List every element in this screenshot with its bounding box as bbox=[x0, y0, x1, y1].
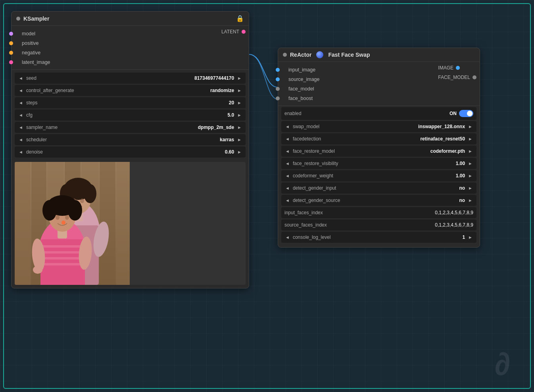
console-log-value: 1 bbox=[462, 234, 465, 240]
ksampler-fields: ◄ seed 817346977444170 ► ◄ control_after… bbox=[12, 71, 249, 159]
reactor-face-boost-dot[interactable] bbox=[276, 96, 280, 100]
denoise-arrow-right[interactable]: ► bbox=[236, 150, 243, 154]
field-console-log-level[interactable]: ◄ console_log_level 1 ► bbox=[281, 232, 476, 243]
codeformer-weight-arrow-left[interactable]: ◄ bbox=[284, 173, 291, 178]
svg-point-33 bbox=[68, 200, 82, 221]
detect-gender-source-label: detect_gender_source bbox=[293, 198, 459, 203]
field-detect-gender-input[interactable]: ◄ detect_gender_input no ► bbox=[281, 183, 476, 194]
lock-icon[interactable]: 🔒 bbox=[236, 15, 244, 22]
source-faces-index-value: 0,1,2,3,4,5,6,7,8,9 bbox=[435, 222, 473, 228]
reactor-source-image-dot[interactable] bbox=[276, 77, 280, 81]
reactor-face-model-label: face_model bbox=[288, 86, 314, 92]
denoise-value: 0.60 bbox=[225, 149, 234, 155]
field-seed[interactable]: ◄ seed 817346977444170 ► bbox=[15, 73, 246, 84]
control-after-arrow-left[interactable]: ◄ bbox=[17, 88, 25, 93]
reactor-face-model-row: face_model bbox=[278, 84, 480, 94]
ksampler-status-dot bbox=[16, 17, 20, 21]
denoise-arrow-left[interactable]: ◄ bbox=[17, 150, 25, 154]
scheduler-arrow-left[interactable]: ◄ bbox=[17, 137, 25, 142]
svg-point-34 bbox=[52, 197, 68, 209]
field-input-faces-index[interactable]: input_faces_index 0,1,2,3,4,5,6,7,8,9 bbox=[281, 207, 476, 218]
console-log-arrow-right[interactable]: ► bbox=[467, 235, 474, 240]
facedetection-value: retinaface_resnet50 bbox=[420, 136, 465, 142]
facedetection-arrow-left[interactable]: ◄ bbox=[284, 136, 291, 141]
field-source-faces-index[interactable]: source_faces_index 0,1,2,3,4,5,6,7,8,9 bbox=[281, 219, 476, 231]
field-facedetection[interactable]: ◄ facedetection retinaface_resnet50 ► bbox=[281, 133, 476, 144]
reactor-face-model-dot[interactable] bbox=[276, 87, 280, 91]
face-restore-vis-arrow-right[interactable]: ► bbox=[467, 161, 474, 166]
svg-rect-7 bbox=[116, 162, 130, 285]
image-preview bbox=[15, 162, 246, 285]
swap-model-label: swap_model bbox=[293, 124, 418, 129]
cfg-value: 5.0 bbox=[227, 112, 234, 118]
console-log-arrow-left[interactable]: ◄ bbox=[284, 235, 291, 240]
field-steps[interactable]: ◄ steps 20 ► bbox=[15, 97, 246, 108]
scheduler-arrow-right[interactable]: ► bbox=[236, 137, 243, 142]
ksampler-header-left: KSampler bbox=[16, 15, 49, 22]
face-restore-vis-arrow-left[interactable]: ◄ bbox=[284, 161, 291, 166]
enabled-row[interactable]: enabled ON bbox=[281, 107, 476, 120]
denoise-label: denoise bbox=[26, 149, 225, 155]
input-positive-dot[interactable] bbox=[9, 41, 13, 45]
reactor-face-boost-row: face_boost bbox=[278, 94, 480, 103]
field-swap-model[interactable]: ◄ swap_model inswapper_128.onnx ► bbox=[281, 121, 476, 132]
svg-rect-25 bbox=[40, 263, 85, 265]
face-restore-vis-label: face_restore_visibility bbox=[293, 161, 456, 166]
input-faces-index-label: input_faces_index bbox=[284, 210, 435, 215]
swap-model-arrow-right[interactable]: ► bbox=[467, 124, 474, 129]
detect-gender-input-value: no bbox=[459, 185, 465, 191]
reactor-input-image-dot[interactable] bbox=[276, 68, 280, 72]
field-codeformer-weight[interactable]: ◄ codeformer_weight 1.00 ► bbox=[281, 170, 476, 181]
input-positive-row: positive bbox=[12, 38, 249, 48]
console-log-label: console_log_level bbox=[293, 234, 463, 240]
field-denoise[interactable]: ◄ denoise 0.60 ► bbox=[15, 146, 246, 158]
enabled-toggle[interactable] bbox=[459, 110, 473, 117]
svg-rect-23 bbox=[40, 251, 85, 254]
reactor-source-image-row: source_image bbox=[278, 75, 480, 84]
steps-arrow-left[interactable]: ◄ bbox=[17, 100, 25, 105]
detect-gender-input-arrow-left[interactable]: ◄ bbox=[284, 186, 291, 190]
steps-arrow-right[interactable]: ► bbox=[236, 100, 243, 105]
detect-gender-source-arrow-right[interactable]: ► bbox=[467, 198, 474, 203]
field-cfg[interactable]: ◄ cfg 5.0 ► bbox=[15, 110, 246, 121]
field-control-after[interactable]: ◄ control_after_generate randomize ► bbox=[15, 85, 246, 96]
input-negative-dot[interactable] bbox=[9, 51, 13, 55]
reactor-face-boost-label: face_boost bbox=[288, 96, 313, 101]
field-face-restore-visibility[interactable]: ◄ face_restore_visibility 1.00 ► bbox=[281, 158, 476, 169]
codeformer-weight-value: 1.00 bbox=[456, 173, 465, 179]
swap-model-arrow-left[interactable]: ◄ bbox=[284, 124, 291, 129]
seed-value: 817346977444170 bbox=[194, 75, 234, 81]
svg-rect-1 bbox=[15, 162, 31, 285]
detect-gender-source-value: no bbox=[459, 198, 465, 203]
codeformer-weight-arrow-right[interactable]: ► bbox=[467, 173, 474, 178]
field-sampler-name[interactable]: ◄ sampler_name dpmpp_2m_sde ► bbox=[15, 122, 246, 133]
field-detect-gender-source[interactable]: ◄ detect_gender_source no ► bbox=[281, 195, 476, 206]
svg-point-19 bbox=[80, 198, 84, 203]
input-latent-row: latent_image bbox=[12, 58, 249, 67]
face-restore-model-value: codeformer.pth bbox=[430, 148, 465, 154]
detect-gender-source-arrow-left[interactable]: ◄ bbox=[284, 198, 291, 203]
field-face-restore-model[interactable]: ◄ face_restore_model codeformer.pth ► bbox=[281, 146, 476, 157]
steps-value: 20 bbox=[229, 100, 234, 106]
cfg-arrow-right[interactable]: ► bbox=[236, 113, 243, 117]
control-after-arrow-right[interactable]: ► bbox=[236, 88, 243, 93]
face-restore-model-arrow-right[interactable]: ► bbox=[467, 149, 474, 154]
facedetection-label: facedetection bbox=[293, 136, 420, 142]
reactor-io-section: IMAGE FACE_MODEL input_image source_imag… bbox=[278, 62, 480, 105]
seed-arrow-left[interactable]: ◄ bbox=[17, 76, 25, 81]
reactor-node: ReActor Fast Face Swap IMAGE FACE_MODEL … bbox=[278, 48, 480, 248]
sampler-arrow-left[interactable]: ◄ bbox=[17, 125, 25, 130]
input-latent-dot[interactable] bbox=[9, 60, 13, 64]
input-model-label: model bbox=[22, 31, 35, 37]
preview-image-svg bbox=[15, 162, 130, 285]
sampler-arrow-right[interactable]: ► bbox=[236, 125, 243, 130]
input-model-dot[interactable] bbox=[9, 32, 13, 36]
seed-arrow-right[interactable]: ► bbox=[236, 76, 243, 81]
detect-gender-input-arrow-right[interactable]: ► bbox=[467, 186, 474, 190]
facedetection-arrow-right[interactable]: ► bbox=[467, 136, 474, 141]
cfg-arrow-left[interactable]: ◄ bbox=[17, 113, 25, 117]
face-restore-model-arrow-left[interactable]: ◄ bbox=[284, 149, 291, 154]
input-negative-row: negative bbox=[12, 48, 249, 58]
field-scheduler[interactable]: ◄ scheduler karras ► bbox=[15, 134, 246, 145]
svg-point-37 bbox=[61, 221, 65, 225]
